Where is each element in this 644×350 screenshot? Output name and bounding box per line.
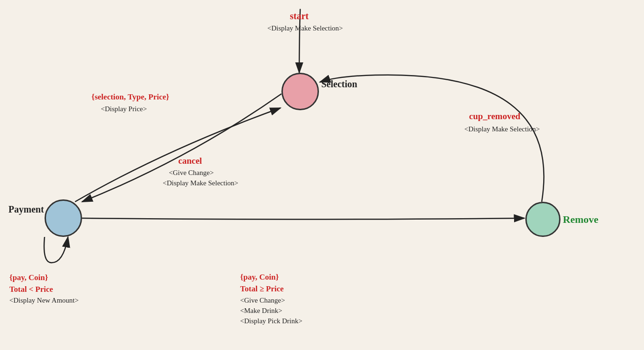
cancel-action2-label: <Display Make Selection> xyxy=(163,178,238,188)
start-event-label: start xyxy=(290,9,309,23)
start-action-label: <Display Make Selection> xyxy=(267,23,343,33)
cancel-event-label: cancel xyxy=(178,155,202,167)
pay-coin-self-action-label: <Display New Amount> xyxy=(9,296,79,305)
pay-coin-remove-action2-label: <Make Drink> xyxy=(240,306,282,316)
selection-event-label: {selection, Type, Price} xyxy=(91,91,169,103)
pay-coin-remove-action1-label: <Give Change> xyxy=(240,296,285,305)
pay-coin-self-guard-label: Total < Price xyxy=(9,284,53,295)
selection-state xyxy=(281,73,319,110)
remove-state-label: Remove xyxy=(563,213,599,227)
remove-to-selection-arrow xyxy=(320,75,544,202)
payment-self-arrow xyxy=(44,237,68,263)
pay-coin-remove-event-label: {pay, Coin} xyxy=(240,272,279,283)
cup-removed-event-label: cup_removed xyxy=(469,110,520,123)
arrows-svg xyxy=(0,0,644,350)
pay-coin-remove-guard-label: Total ≥ Price xyxy=(240,283,284,295)
payment-state-label: Payment xyxy=(8,203,44,216)
payment-state xyxy=(45,199,82,237)
pay-coin-self-event-label: {pay, Coin} xyxy=(9,272,48,283)
cup-removed-action-label: <Display Make Selection> xyxy=(464,124,540,134)
remove-state xyxy=(525,202,561,237)
cancel-action1-label: <Give Change> xyxy=(169,168,214,178)
selection-state-label: Selection xyxy=(321,77,357,91)
selection-action-label: <Display Price> xyxy=(101,104,147,114)
state-machine-diagram: Selection Payment Remove start <Display … xyxy=(0,0,644,350)
payment-to-remove-arrow xyxy=(82,218,524,220)
pay-coin-remove-action3-label: <Display Pick Drink> xyxy=(240,316,303,326)
